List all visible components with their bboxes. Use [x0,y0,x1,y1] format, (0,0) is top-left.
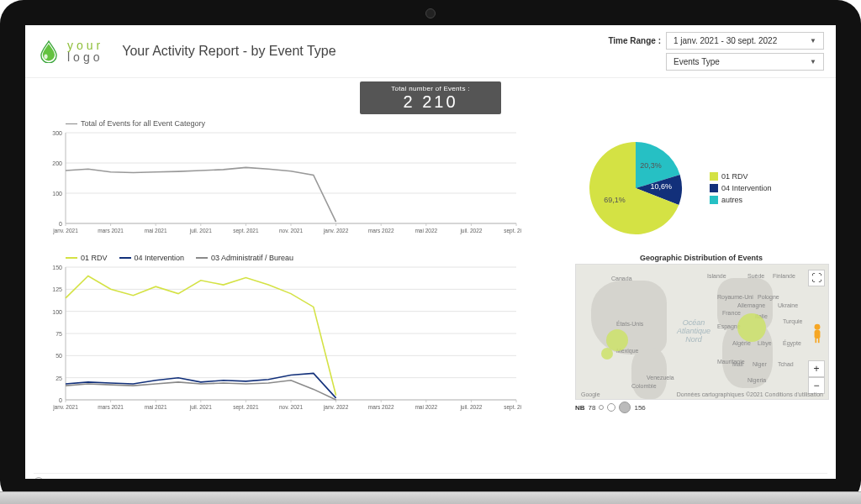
map-label: Pologne [758,294,779,300]
svg-rect-75 [815,330,821,339]
svg-text:mai 2021: mai 2021 [145,228,167,234]
svg-text:0: 0 [59,397,62,403]
svg-text:100: 100 [52,309,62,315]
pie-legend: 01 RDV 04 Intervention autres [710,172,772,204]
map-attribution-terms[interactable]: Données cartographiques ©2021 Conditions… [677,391,823,397]
map-label: Islande [707,273,726,279]
map-fullscreen-button[interactable]: ⛶ [808,270,825,286]
svg-text:10,6%: 10,6% [650,182,672,191]
svg-text:mars 2022: mars 2022 [368,404,394,410]
logo-text-line2: logo [67,51,103,63]
map-label: Turquie [783,318,802,324]
svg-text:mars 2021: mars 2021 [98,228,124,234]
svg-text:20,3%: 20,3% [640,161,662,170]
total-events-badge: Total number of Events : 2 210 [360,81,501,114]
map-label: Niger [753,361,767,367]
svg-text:sept. 20…: sept. 20… [504,404,521,411]
svg-text:mai 2022: mai 2022 [415,228,437,234]
chart-split-legend: 01 RDV 04 Intervention 03 Administratif … [66,254,567,262]
map-label: Venezuela [647,375,674,381]
svg-text:janv. 2022: janv. 2022 [323,404,349,411]
svg-text:300: 300 [52,130,62,136]
map-label: Suède [747,273,764,279]
help-icon[interactable]: ? [34,477,44,487]
ocean-label: Océan Atlantique Nord [677,318,710,344]
app-logo: your logo [37,39,103,63]
svg-text:janv. 2021: janv. 2021 [52,228,78,234]
svg-text:25: 25 [55,375,62,381]
svg-text:mai 2021: mai 2021 [145,404,167,410]
logo-droplet-icon [37,39,61,63]
page-title: Your Activity Report - by Event Type [122,44,335,59]
svg-text:janv. 2021: janv. 2021 [52,404,78,411]
map-label: Tchad [778,361,794,367]
map-canvas[interactable]: Océan Atlantique Nord Canada États-Unis … [575,264,829,400]
map-label: France [722,310,741,316]
svg-text:sept. 2021: sept. 2021 [233,404,259,411]
map-label: Ukraine [778,302,798,308]
map-label: États-Unis [616,321,643,327]
svg-rect-76 [815,339,816,343]
time-range-select[interactable]: 1 janv. 2021 - 30 sept. 2022 ▼ [666,32,824,50]
chart-total-svg: 0100200300janv. 2021mars 2021mai 2021jui… [34,129,521,239]
time-range-label: Time Range : [608,36,661,45]
page-footer: ? Dernière mise à jour des données : 19/… [34,473,827,487]
map-bubble [601,348,613,360]
svg-rect-77 [818,339,820,343]
svg-text:mars 2022: mars 2022 [368,228,394,234]
svg-text:nov. 2021: nov. 2021 [279,404,303,410]
svg-text:125: 125 [52,286,62,292]
svg-text:juil. 2021: juil. 2021 [189,404,212,411]
caret-down-icon: ▼ [810,58,816,66]
svg-text:69,1%: 69,1% [604,196,626,204]
caret-down-icon: ▼ [810,37,816,45]
chart-events-by-category: 01 RDV 04 Intervention 03 Administratif … [34,254,567,422]
map-label: Allemagne [737,302,765,308]
svg-text:mai 2022: mai 2022 [415,404,437,410]
chart-total-legend: Total of Events for all Event Category [81,119,205,128]
map-label: Mali [732,361,743,367]
svg-text:mars 2021: mars 2021 [98,404,124,410]
map-attribution-google: Google [581,391,600,397]
pegman-icon[interactable] [810,323,825,344]
svg-text:janv. 2022: janv. 2022 [323,228,349,234]
svg-text:sept. 20…: sept. 20… [504,228,521,234]
chart-total-events: Total of Events for all Event Category 0… [34,119,567,245]
map-label: Nigeria [747,377,766,383]
map-zoom-in-button[interactable]: + [808,360,825,377]
svg-point-74 [815,324,821,330]
map-label: Colombie [631,383,657,389]
map-bubble-legend: NB 78 156 [575,402,827,413]
last-update-text: Dernière mise à jour des données : 19/01… [49,479,217,486]
map-label: Libye [758,340,772,346]
svg-text:nov. 2021: nov. 2021 [279,228,303,234]
map-label: Égypte [783,340,801,346]
events-type-select[interactable]: Events Type ▼ [666,53,824,71]
map-title: Geographic Distribution of Events [575,254,827,262]
map-label: Royaume-Uni [717,294,753,300]
pie-svg: 69,1%10,6%20,3% [575,134,701,243]
logo-text-line1: your [67,39,103,51]
svg-text:0: 0 [59,221,62,227]
map-label: Finlande [773,273,795,279]
chart-split-svg: 0255075100125150janv. 2021mars 2021mai 2… [34,264,521,415]
header: your logo Your Activity Report - by Even… [25,25,836,78]
chart-events-share: 69,1%10,6%20,3% 01 RDV 04 Intervention a… [575,119,827,245]
svg-text:150: 150 [52,265,62,270]
total-events-label: Total number of Events : [380,85,481,92]
svg-text:100: 100 [52,191,62,197]
legend-admin: 03 Administratif / Bureau [211,254,293,262]
map-panel: Geographic Distribution of Events Océan … [575,254,827,422]
legend-rdv: 01 RDV [81,254,108,262]
svg-text:juil. 2022: juil. 2022 [459,228,482,234]
map-bubble [737,313,766,342]
pie-legend-rdv: 01 RDV [721,172,748,181]
events-type-value: Events Type [673,57,720,66]
svg-text:sept. 2021: sept. 2021 [233,228,259,234]
svg-text:200: 200 [52,160,62,166]
svg-text:juil. 2021: juil. 2021 [189,228,212,234]
privacy-link[interactable]: Règles de confidentialité [229,479,302,486]
legend-intervention: 04 Intervention [135,254,185,262]
svg-point-0 [44,55,47,60]
svg-text:juil. 2022: juil. 2022 [459,404,482,411]
